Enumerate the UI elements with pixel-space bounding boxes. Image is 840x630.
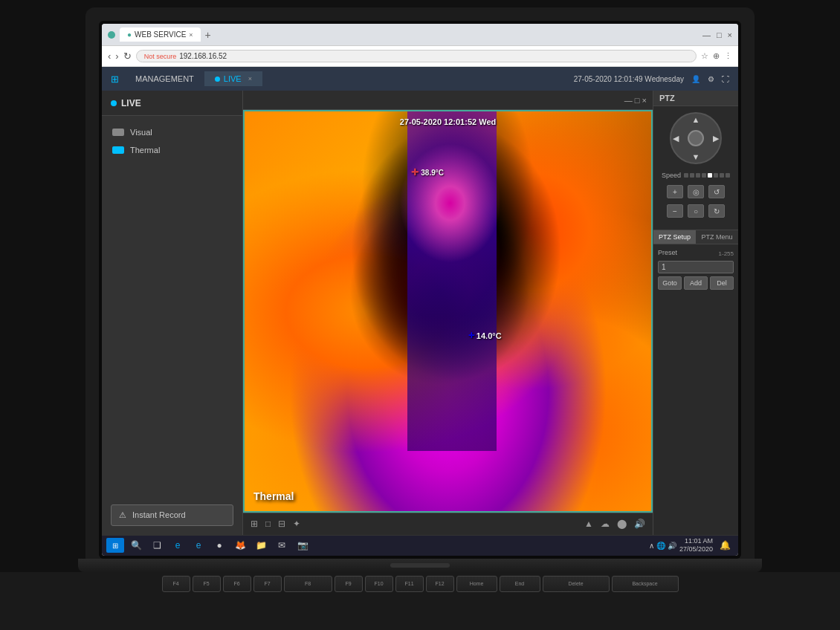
speed-dot-5[interactable] (708, 173, 712, 178)
key-f10[interactable]: F10 (365, 576, 393, 592)
app-icon[interactable]: 📷 (294, 538, 311, 553)
layout-2-icon[interactable]: □ (265, 519, 271, 529)
key-f11[interactable]: F11 (395, 576, 424, 592)
management-tab[interactable]: MANAGEMENT (125, 71, 204, 86)
chrome-icon[interactable]: ● (210, 538, 228, 553)
speed-dot-6[interactable] (714, 173, 718, 178)
ptz-panel: PTZ ▲ ▼ ◀ ▶ (653, 91, 738, 535)
temp-top-value: 38.9°C (421, 169, 444, 177)
tab-close-icon[interactable]: × (189, 31, 193, 39)
key-home[interactable]: Home (456, 576, 497, 592)
system-tray: ∧ 🌐 🔊 (649, 542, 676, 550)
video-controls-bar: ⊞ □ ⊟ ✦ ▲ ☁ ⬤ 🔊 (243, 513, 653, 535)
taskbar-clock: 11:01 AM 27/05/2020 (679, 537, 713, 554)
refresh-button[interactable]: ↻ (123, 51, 132, 62)
ptz-center-button[interactable] (688, 130, 704, 146)
key-f7[interactable]: F7 (253, 576, 282, 592)
ptz-setup-tab[interactable]: PTZ Setup (653, 230, 696, 244)
restore-button[interactable]: □ (717, 30, 722, 39)
forward-button[interactable]: › (115, 51, 118, 62)
speed-dot-3[interactable] (696, 173, 700, 178)
temp-marker-top: ✛ 38.9°C (411, 167, 444, 178)
del-preset-button[interactable]: Del (710, 276, 734, 290)
ie-icon[interactable]: e (190, 538, 207, 553)
speed-dot-8[interactable] (726, 173, 730, 178)
live-status-indicator (111, 100, 117, 106)
ptz-menu-tab[interactable]: PTZ Menu (696, 230, 738, 244)
ptz-left-button[interactable]: ◀ (673, 134, 679, 143)
stream-label: Thermal (253, 490, 294, 502)
bookmark-icon[interactable]: ☆ (701, 51, 708, 61)
iris-close-button[interactable]: ○ (688, 204, 704, 218)
speed-dot-2[interactable] (690, 173, 694, 178)
mail-icon[interactable]: ✉ (273, 538, 291, 553)
search-button[interactable]: 🔍 (127, 538, 145, 553)
zoom-out-button[interactable]: − (667, 204, 683, 218)
ptz-down-button[interactable]: ▼ (692, 152, 700, 161)
folder-icon[interactable]: 📁 (252, 538, 270, 553)
zoom-in-button[interactable]: + (667, 185, 683, 198)
close-button[interactable]: × (728, 30, 732, 39)
speed-dot-4[interactable] (702, 173, 706, 178)
focus-far-button[interactable]: ↻ (708, 204, 725, 218)
notification-button[interactable]: 🔔 (716, 538, 734, 553)
key-f12[interactable]: F12 (426, 576, 454, 592)
signal-icon: ▲ (584, 519, 593, 529)
instant-record-button[interactable]: ⚠ Instant Record (111, 504, 233, 526)
user-icon[interactable]: 👤 (691, 75, 700, 83)
grid-icon: ⊞ (111, 74, 119, 85)
profile-icon[interactable]: ⊕ (713, 51, 720, 61)
firefox-icon[interactable]: 🦊 (231, 538, 249, 553)
sidebar: LIVE Visual Thermal (102, 91, 243, 535)
ptz-title: PTZ (653, 91, 738, 106)
key-f8[interactable]: F8 (284, 576, 332, 592)
key-backspace[interactable]: Backspace (612, 576, 679, 592)
speed-control[interactable] (684, 173, 730, 178)
browser-tab[interactable]: ● WEB SERVICE × (120, 27, 201, 42)
live-tab-close[interactable]: × (248, 75, 252, 82)
start-button[interactable]: ⊞ (106, 538, 124, 553)
url-text: 192.168.16.52 (179, 52, 227, 60)
speed-dot-7[interactable] (720, 173, 724, 178)
volume-icon[interactable]: 🔊 (634, 519, 645, 529)
tab-title: WEB SERVICE (135, 30, 186, 39)
minimize-button[interactable]: — (702, 30, 711, 39)
ptz-right-button[interactable]: ▶ (713, 134, 719, 143)
settings-icon[interactable]: ⚙ (708, 75, 714, 83)
brightness-icon[interactable]: ✦ (293, 519, 300, 529)
sidebar-item-visual[interactable]: Visual (102, 123, 242, 141)
layout-1-icon[interactable]: ⊞ (251, 519, 258, 529)
iris-open-button[interactable]: ◎ (688, 185, 704, 198)
key-f9[interactable]: F9 (335, 576, 363, 592)
fullscreen-icon[interactable]: ⛶ (722, 75, 729, 83)
back-button[interactable]: ‹ (108, 51, 111, 62)
task-view-button[interactable]: ❑ (148, 538, 166, 553)
temp-marker-mid: ✛ 14.0°C (468, 331, 502, 340)
key-delete[interactable]: Delete (543, 576, 610, 592)
sidebar-item-thermal[interactable]: Thermal (102, 141, 242, 159)
menu-icon[interactable]: ⋮ (724, 51, 732, 61)
key-f6[interactable]: F6 (223, 576, 251, 592)
edge-icon[interactable]: e (169, 538, 187, 553)
instant-record-label: Instant Record (132, 510, 186, 519)
preset-input[interactable] (658, 261, 734, 273)
layout-4-icon[interactable]: ⊟ (278, 519, 285, 529)
ptz-up-button[interactable]: ▲ (692, 115, 700, 124)
key-f4[interactable]: F4 (162, 576, 190, 592)
video-timestamp: 27-05-2020 12:01:52 Wed (400, 117, 496, 126)
focus-near-button[interactable]: ↺ (708, 185, 725, 198)
speed-dot-1[interactable] (684, 173, 688, 178)
goto-button[interactable]: Goto (658, 276, 682, 290)
record-icon: ⬤ (617, 519, 627, 529)
key-f5[interactable]: F5 (193, 576, 221, 592)
visual-camera-icon (112, 129, 124, 136)
add-preset-button[interactable]: Add (684, 276, 708, 290)
datetime-display: 27-05-2020 12:01:49 Wednesday (574, 75, 684, 83)
address-bar[interactable]: Not secure 192.168.16.52 (136, 50, 697, 62)
key-end[interactable]: End (500, 576, 540, 592)
live-tab[interactable]: LIVE × (204, 71, 262, 86)
management-tab-label: MANAGEMENT (135, 74, 194, 83)
window-close-button[interactable]: — □ × (624, 96, 647, 105)
new-tab-button[interactable]: + (205, 29, 211, 41)
ptz-dpad: ▲ ▼ ◀ ▶ (670, 112, 722, 164)
